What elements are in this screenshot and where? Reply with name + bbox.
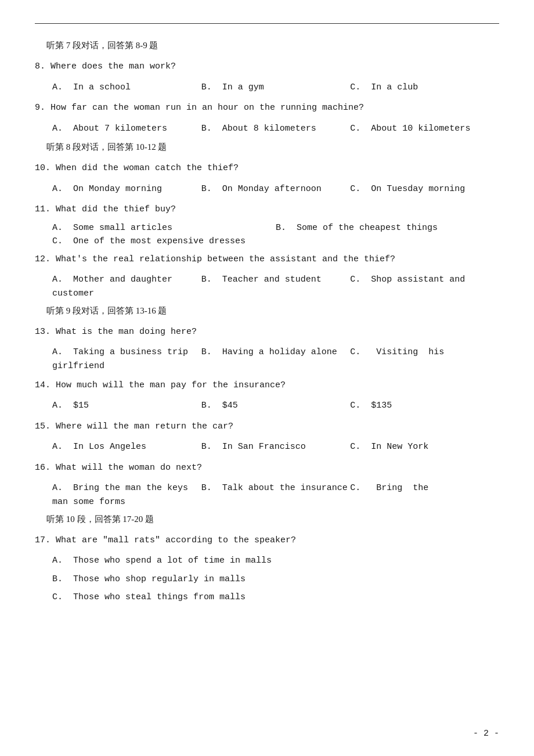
q12-option-b: B. Teacher and student [201,272,351,287]
question-13: 13. What is the man doing here? [35,325,499,340]
q12-option-a: A. Mother and daughter [52,272,201,287]
q9-option-b: B. About 8 kilometers [201,121,351,136]
question-13-text: 13. What is the man doing here? [35,327,197,337]
q8-a-label: A. In a school [52,82,131,92]
q15-option-b: B. In San Francisco [201,440,351,455]
q16-option-b: B. Talk about the insurance [201,481,351,496]
q12-wrap: customer [35,289,499,298]
q9-option-a: A. About 7 kilometers [52,121,201,136]
question-8-options: A. In a school B. In a gym C. In a club [35,80,499,95]
q9-c-label: C. About 10 kilometers [350,124,470,134]
q17-option-a: A. Those who spend a lot of time in mall… [35,553,499,568]
question-13-options: A. Taking a business trip B. Having a ho… [35,345,499,360]
question-16-text: 16. What will the woman do next? [35,463,202,473]
question-9: 9. How far can the woman run in an hour … [35,100,499,116]
q10-option-c: C. On Tuesday morning [350,182,499,197]
q12-option-c: C. Shop assistant and [350,272,499,287]
q8-c-label: C. In a club [350,82,418,92]
q11-option-a: A. Some small articles [52,223,276,233]
q9-a-label: A. About 7 kilometers [52,124,167,134]
q15-option-c: C. In New York [350,440,499,455]
q10-option-a: A. On Monday morning [52,182,201,197]
question-14-options: A. $15 B. $45 C. $135 [35,398,499,413]
q11-option-c: C. One of the most expensive dresses [35,236,499,246]
page-number: - 2 - [473,729,499,739]
q14-option-a: A. $15 [52,398,201,413]
question-12: 12. What's the real relationship between… [35,252,499,267]
q17-option-b: B. Those who shop regularly in malls [35,572,499,587]
question-15-text: 15. Where will the man return the car? [35,422,233,431]
q15-option-a: A. In Los Angeles [52,440,201,455]
question-14: 14. How much will the man pay for the in… [35,378,499,393]
question-8: 8. Where does the man work? [35,59,499,74]
question-14-text: 14. How much will the man pay for the in… [35,380,286,390]
question-16: 16. What will the woman do next? [35,460,499,476]
question-10: 10. When did the woman catch the thief? [35,161,499,176]
q13-option-c: C. Visiting his [350,345,499,360]
section-10: 听第 10 段，回答第 17-20 题 17. What are "mall r… [35,514,499,605]
q9-option-c: C. About 10 kilometers [350,121,499,136]
q16-option-a: A. Bring the man the keys [52,481,201,496]
q8-option-a: A. In a school [52,80,201,95]
q11-option-b: B. Some of the cheapest things [276,223,499,233]
section-8-header: 听第 8 段对话，回答第 10-12 题 [35,142,499,153]
question-9-options: A. About 7 kilometers B. About 8 kilomet… [35,121,499,136]
q14-option-b: B. $45 [201,398,351,413]
top-divider [35,23,499,24]
section-10-header: 听第 10 段，回答第 17-20 题 [35,514,499,525]
q10-c-label: C. On Tuesday morning [350,184,465,194]
q13-wrap: girlfriend [35,361,499,371]
section-7: 听第 7 段对话，回答第 8-9 题 8. Where does the man… [35,40,499,136]
question-11: 11. What did the thief buy? [35,202,499,217]
q8-option-b: B. In a gym [201,80,351,95]
q10-b-label: B. On Monday afternoon [201,184,322,194]
section-7-header: 听第 7 段对话，回答第 8-9 题 [35,40,499,51]
q9-b-label: B. About 8 kilometers [201,124,316,134]
q8-option-c: C. In a club [350,80,499,95]
question-17: 17. What are "mall rats" according to th… [35,533,499,548]
q14-option-c: C. $135 [350,398,499,413]
question-12-options-abc: A. Mother and daughter B. Teacher and st… [35,272,499,287]
question-17-text: 17. What are "mall rats" according to th… [35,535,296,545]
q8-b-label: B. In a gym [201,82,264,92]
question-16-options: A. Bring the man the keys B. Talk about … [35,481,499,496]
q17-option-c: C. Those who steal things from malls [35,590,499,605]
question-10-text: 10. When did the woman catch the thief? [35,163,239,173]
page: 听第 7 段对话，回答第 8-9 题 8. Where does the man… [0,0,534,756]
q10-option-b: B. On Monday afternoon [201,182,351,197]
q13-option-b: B. Having a holiday alone [201,345,351,360]
question-11-text: 11. What did the thief buy? [35,204,176,214]
q16-wrap: man some forms [35,497,499,507]
question-9-text: 9. How far can the woman run in an hour … [35,103,364,113]
section-9: 听第 9 段对话，回答第 13-16 题 13. What is the man… [35,305,499,507]
question-10-options: A. On Monday morning B. On Monday aftern… [35,182,499,197]
question-11-options-ab: A. Some small articles B. Some of the ch… [35,223,499,233]
question-8-text: 8. Where does the man work? [35,62,176,71]
q10-a-label: A. On Monday morning [52,184,162,194]
question-12-text: 12. What's the real relationship between… [35,254,395,264]
q16-option-c: C. Bring the [350,481,499,496]
question-15-options: A. In Los Angeles B. In San Francisco C.… [35,440,499,455]
question-15: 15. Where will the man return the car? [35,419,499,434]
section-9-header: 听第 9 段对话，回答第 13-16 题 [35,305,499,316]
q13-option-a: A. Taking a business trip [52,345,201,360]
section-8: 听第 8 段对话，回答第 10-12 题 10. When did the wo… [35,142,499,298]
